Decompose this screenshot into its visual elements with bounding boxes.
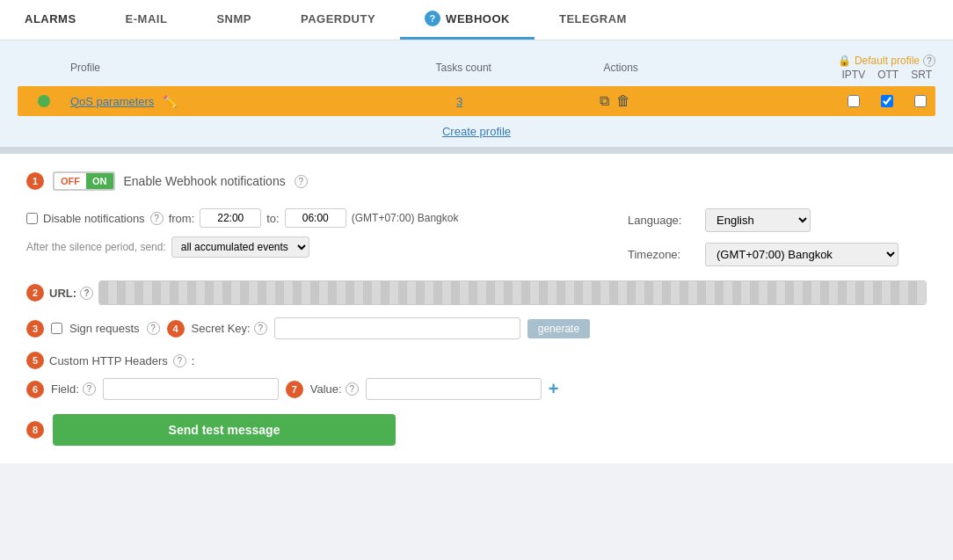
profile-checkboxes: [693, 95, 935, 107]
edit-icon[interactable]: ✏️: [163, 95, 177, 108]
silence-label: After the silence period, send:: [26, 241, 166, 253]
sign-requests-help-icon[interactable]: ?: [147, 322, 160, 335]
copy-icon[interactable]: ⧉: [600, 93, 609, 109]
custom-headers-label: Custom HTTP Headers: [49, 354, 168, 367]
step-4-circle: 4: [167, 320, 185, 338]
profile-header: Profile Tasks count Actions 🔒 Default pr…: [18, 49, 935, 86]
srt-checkbox[interactable]: [914, 95, 927, 107]
sign-requests-row: 3 Sign requests ? 4 Secret Key: ? genera…: [26, 317, 927, 339]
disable-notif-help-icon[interactable]: ?: [150, 212, 164, 225]
secret-key-label: Secret Key: ?: [192, 322, 267, 335]
profile-name-link[interactable]: QoS parameters: [70, 95, 154, 108]
default-profile-label-row: 🔒 Default profile ?: [838, 55, 935, 67]
default-profile-text: Default profile: [855, 55, 920, 67]
url-input[interactable]: [98, 280, 927, 305]
value-input[interactable]: [366, 378, 542, 400]
toggle-off-label[interactable]: OFF: [55, 173, 86, 189]
to-label: to:: [266, 212, 279, 225]
tab-webhook-label: WEBHOOK: [446, 12, 510, 25]
col-srt: SRT: [911, 69, 932, 81]
default-sub-cols: IPTV OTT SRT: [842, 69, 932, 81]
webhook-help-icon: ?: [425, 11, 440, 26]
default-profile-help-icon[interactable]: ?: [923, 55, 935, 67]
field-value-row: 6 Field: ? 7 Value: ? +: [26, 378, 927, 400]
add-field-button[interactable]: +: [549, 379, 559, 399]
notifications-right: Language: English Russian Spanish French…: [628, 208, 927, 266]
silence-select[interactable]: all accumulated events: [171, 236, 309, 258]
field-input[interactable]: [103, 378, 279, 400]
on-off-toggle[interactable]: OFF ON: [53, 171, 115, 191]
disable-notifications-checkbox[interactable]: [26, 213, 38, 224]
tab-telegram[interactable]: TELEGRAM: [535, 0, 651, 40]
profile-section: Profile Tasks count Actions 🔒 Default pr…: [0, 40, 953, 147]
toggle-on-label[interactable]: ON: [86, 173, 113, 189]
col-actions-header: Actions: [542, 62, 700, 74]
tab-pagerduty[interactable]: PAGERDUTY: [276, 0, 400, 40]
col-profile-header: Profile: [18, 62, 385, 74]
create-profile-row: Create profile: [18, 116, 935, 147]
profile-actions: ⧉ 🗑: [537, 93, 693, 109]
profile-tasks-count[interactable]: 3: [382, 95, 537, 108]
sign-requests-checkbox[interactable]: [51, 323, 62, 334]
step-6-circle: 6: [26, 381, 44, 398]
custom-headers-colon: :: [192, 354, 195, 367]
tab-telegram-label: TELEGRAM: [559, 12, 627, 25]
url-row: 2 URL: ?: [26, 280, 927, 305]
tab-snmp[interactable]: SNMP: [192, 0, 276, 40]
status-dot: [38, 95, 50, 107]
disable-notif-row: Disable notifications ? from: to: (GMT+0…: [26, 208, 458, 228]
url-text: URL:: [49, 287, 76, 300]
create-profile-link[interactable]: Create profile: [442, 125, 511, 138]
field-label: Field: ?: [51, 382, 96, 396]
ott-checkbox[interactable]: [881, 95, 893, 107]
timezone-label: Timezone:: [628, 248, 698, 261]
tab-snmp-label: SNMP: [216, 12, 251, 25]
tab-webhook[interactable]: ? WEBHOOK: [400, 0, 535, 40]
secret-key-input[interactable]: [274, 317, 520, 339]
section-divider: [0, 147, 953, 154]
custom-headers-help-icon[interactable]: ?: [173, 354, 186, 367]
send-test-row: 8 Send test message: [26, 414, 927, 446]
step-8-circle: 8: [26, 421, 44, 439]
tabs-bar: ALARMS E-MAIL SNMP PAGERDUTY ? WEBHOOK T…: [0, 0, 953, 40]
profile-name: QoS parameters ✏️: [70, 95, 382, 108]
step-1-circle: 1: [26, 172, 44, 190]
generate-button[interactable]: generate: [527, 319, 590, 338]
language-select[interactable]: English Russian Spanish French German: [705, 208, 811, 232]
send-test-button[interactable]: Send test message: [53, 414, 396, 446]
enable-webhook-help-icon[interactable]: ?: [295, 175, 308, 188]
url-help-icon[interactable]: ?: [80, 287, 93, 300]
custom-headers-row: 5 Custom HTTP Headers ? :: [26, 352, 927, 369]
step-3-circle: 3: [26, 320, 44, 338]
tab-email-label: E-MAIL: [126, 12, 168, 25]
enable-webhook-row: 1 OFF ON Enable Webhook notifications ?: [26, 171, 927, 191]
lock-icon: 🔒: [838, 55, 851, 67]
value-help-icon[interactable]: ?: [346, 382, 359, 396]
to-time-input[interactable]: [285, 208, 346, 228]
from-time-input[interactable]: [200, 208, 261, 228]
field-help-icon[interactable]: ?: [83, 382, 96, 396]
enable-webhook-label: Enable Webhook notifications: [124, 174, 286, 188]
step-7-circle: 7: [286, 381, 303, 398]
timezone-select[interactable]: (GMT+07:00) Bangkok (GMT+00:00) UTC (GMT…: [705, 243, 898, 266]
notifications-left: Disable notifications ? from: to: (GMT+0…: [26, 208, 458, 258]
timezone-display: (GMT+07:00) Bangkok: [352, 212, 459, 224]
col-tasks-header: Tasks count: [385, 62, 542, 74]
delete-icon[interactable]: 🗑: [616, 93, 630, 109]
tab-pagerduty-label: PAGERDUTY: [301, 12, 375, 25]
value-label: Value: ?: [310, 382, 359, 396]
timezone-row: Timezone: (GMT+07:00) Bangkok (GMT+00:00…: [628, 243, 927, 266]
tab-alarms[interactable]: ALARMS: [0, 0, 101, 40]
profile-status: [18, 95, 70, 107]
secret-key-help-icon[interactable]: ?: [254, 322, 267, 335]
notifications-row: Disable notifications ? from: to: (GMT+0…: [26, 208, 927, 266]
step-5-circle: 5: [26, 352, 44, 369]
tab-alarms-label: ALARMS: [25, 12, 76, 25]
step-2-circle: 2: [26, 284, 44, 302]
sign-requests-label: Sign requests: [69, 322, 140, 335]
iptv-checkbox[interactable]: [848, 95, 860, 107]
language-label: Language:: [628, 214, 698, 227]
from-label: from:: [169, 212, 195, 225]
disable-notif-label: Disable notifications: [43, 212, 145, 225]
tab-email[interactable]: E-MAIL: [101, 0, 193, 40]
